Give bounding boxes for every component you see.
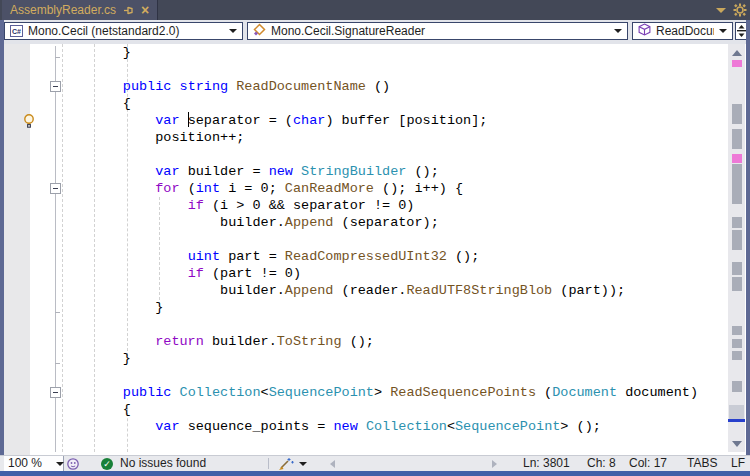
code-line xyxy=(58,367,730,384)
code-line xyxy=(58,146,730,163)
code-line: } xyxy=(58,299,730,316)
scrollbar-mark-gray xyxy=(732,381,742,392)
scroll-up-arrow-icon[interactable] xyxy=(732,50,742,56)
scrollbar-caret-line xyxy=(728,419,745,422)
code-line: return builder.ToString (); xyxy=(58,333,730,350)
scrollbar-mark-gray xyxy=(732,326,742,335)
scrollbar-mark-gray xyxy=(732,277,742,291)
member-dropdown[interactable]: ReadDocumentNa xyxy=(632,22,733,40)
chevron-down-icon[interactable] xyxy=(716,8,726,13)
code-line: builder.Append (separator); xyxy=(58,214,730,231)
code-line: for (int i = 0; CanReadMore (); i++) { xyxy=(58,180,730,197)
code-line: { xyxy=(58,401,730,418)
pin-icon[interactable] xyxy=(123,5,134,16)
fold-collapse-box[interactable] xyxy=(50,183,61,194)
hscroll-right-arrow-icon[interactable] xyxy=(492,460,497,468)
glyph-margin xyxy=(4,44,30,455)
scrollbar-mark-gray xyxy=(732,230,742,250)
zoom-value: 100 % xyxy=(8,456,42,470)
code-line: var builder = new StringBuilder (); xyxy=(58,163,730,180)
code-line: public string ReadDocumentName () xyxy=(58,78,730,95)
csharp-project-icon: C# xyxy=(10,25,23,37)
dropdown-arrow-icon xyxy=(56,462,64,466)
project-dropdown[interactable]: C# Mono.Cecil (netstandard2.0) xyxy=(4,22,243,40)
code-line: if (part != 0) xyxy=(58,265,730,282)
fold-collapse-box[interactable] xyxy=(50,81,61,92)
document-tab-bar: AssemblyReader.cs × xyxy=(0,0,750,20)
health-indicator-icon[interactable] xyxy=(66,457,80,472)
zoom-control[interactable]: 100 % xyxy=(4,456,64,471)
member-dropdown-value: ReadDocumentNa xyxy=(656,24,714,38)
tab-label: AssemblyReader.cs xyxy=(10,3,116,17)
scrollbar-mark-gray xyxy=(732,262,742,275)
scrollbar-mark-gray xyxy=(732,164,742,204)
scrollbar-mark-pink xyxy=(732,154,742,163)
gear-icon[interactable] xyxy=(733,3,747,17)
project-dropdown-value: Mono.Cecil (netstandard2.0) xyxy=(28,24,224,38)
window-border-left xyxy=(0,20,4,471)
code-line: var sequence_points = new Collection<Seq… xyxy=(58,418,730,435)
class-icon xyxy=(253,23,266,39)
code-editor[interactable]: } public string ReadDocumentName () { va… xyxy=(0,44,750,455)
type-dropdown[interactable]: Mono.Cecil.SignatureReader xyxy=(247,22,628,40)
scroll-down-arrow-icon[interactable] xyxy=(732,441,742,447)
code-lines[interactable]: } public string ReadDocumentName () { va… xyxy=(58,44,730,435)
dropdown-arrow-icon[interactable] xyxy=(299,462,307,466)
code-line: uint part = ReadCompressedUInt32 (); xyxy=(58,248,730,265)
fold-end-tick xyxy=(55,57,60,58)
vs-editor-window: AssemblyReader.cs × C# Mono.Cecil (n xyxy=(0,0,750,476)
tab-assemblyreader[interactable]: AssemblyReader.cs × xyxy=(2,0,158,20)
code-line xyxy=(58,231,730,248)
scrollbar-mark-gray xyxy=(732,129,742,149)
line-indicator: Ln: 3801 xyxy=(523,456,570,471)
navigation-bar: C# Mono.Cecil (netstandard2.0) Mono.Ceci… xyxy=(0,20,750,44)
code-line: { xyxy=(58,95,730,112)
hscroll-left-arrow-icon[interactable] xyxy=(330,460,335,468)
scrollbar-mark-gray xyxy=(732,104,742,124)
lightbulb-icon[interactable] xyxy=(21,113,37,133)
method-icon xyxy=(638,23,651,39)
column-indicator: Col: 17 xyxy=(629,456,667,471)
scrollbar-mark-gray xyxy=(732,351,742,360)
tabs-indicator: TABS xyxy=(687,456,717,471)
editor-status-bar: 100 % ✓ No issues found Ln: 3801 Ch: 8 xyxy=(0,455,750,471)
scrollbar-mark-pink xyxy=(732,60,742,67)
scrollbar-mark-gray xyxy=(732,339,742,348)
scrollbar-thumb[interactable] xyxy=(729,405,744,419)
issues-check-icon: ✓ xyxy=(101,458,113,470)
fold-collapse-box[interactable] xyxy=(50,387,61,398)
code-line: public Collection<SequencePoint> ReadSeq… xyxy=(58,384,730,401)
issues-status[interactable]: No issues found xyxy=(120,456,206,471)
type-dropdown-value: Mono.Cecil.SignatureReader xyxy=(271,24,609,38)
dropdown-arrow-icon xyxy=(229,29,237,33)
window-border-right xyxy=(746,20,750,471)
code-line: if (i > 0 && separator != 0) xyxy=(58,197,730,214)
code-line xyxy=(58,316,730,333)
code-line: } xyxy=(58,350,730,367)
code-cleanup-broom-icon[interactable] xyxy=(277,457,295,472)
fold-end-tick xyxy=(55,363,60,364)
scrollbar-mark-gray xyxy=(732,217,742,228)
dropdown-arrow-icon xyxy=(614,29,622,33)
char-indicator: Ch: 8 xyxy=(587,456,616,471)
fold-end-tick xyxy=(55,312,60,313)
close-icon[interactable]: × xyxy=(141,3,149,17)
code-line: position++; xyxy=(58,129,730,146)
code-line xyxy=(58,61,730,78)
code-line: builder.Append (reader.ReadUTF8StringBlo… xyxy=(58,282,730,299)
code-line: var separator = (char) buffer [position]… xyxy=(58,112,730,129)
vertical-scrollbar[interactable] xyxy=(728,44,745,452)
code-line: } xyxy=(58,44,730,61)
divider xyxy=(268,458,269,469)
dropdown-arrow-icon xyxy=(719,29,727,33)
eol-indicator: LF xyxy=(731,456,745,471)
status-strip xyxy=(0,471,750,476)
